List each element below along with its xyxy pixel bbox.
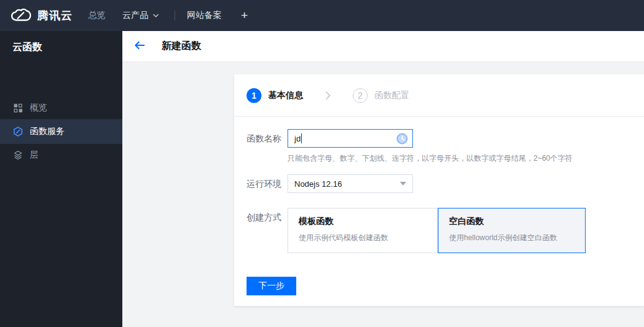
add-tab-button[interactable]: +: [241, 9, 248, 22]
tencent-cloud-logo-icon: [11, 8, 32, 23]
brand-name: 腾讯云: [37, 8, 73, 23]
brand-logo[interactable]: 腾讯云: [11, 8, 73, 23]
next-step-button[interactable]: 下一步: [247, 277, 296, 295]
step-2-circle: 2: [353, 88, 368, 103]
function-name-hint: 只能包含字母、数字、下划线、连字符，以字母开头，以数字或字母结尾，2~60个字符: [288, 153, 573, 164]
sidebar-item-function-service[interactable]: 函数服务: [0, 119, 122, 144]
runtime-label: 运行环境: [247, 179, 281, 190]
chevron-right-icon: [325, 91, 330, 100]
pending-clock-icon: [396, 133, 408, 145]
chevron-down-icon: [153, 14, 163, 17]
method-card-blank-function[interactable]: 空白函数 使用helloworld示例创建空白函数: [438, 208, 586, 253]
layers-icon: [13, 150, 23, 160]
function-hexagon-icon: [13, 127, 23, 137]
creation-method-options: 模板函数 使用示例代码模板创建函数 空白函数 使用helloworld示例创建空…: [288, 208, 586, 253]
back-arrow-icon: [134, 41, 145, 52]
back-button[interactable]: [134, 41, 145, 52]
page-title: 新建函数: [161, 40, 201, 53]
step-indicator: 1 基本信息 2 函数配置: [234, 74, 644, 117]
text-cursor: [301, 133, 302, 143]
method-card-desc: 使用helloworld示例创建空白函数: [449, 233, 574, 243]
app-window: 腾讯云 总览 云产品 网站备案 + 云函数: [0, 0, 644, 327]
method-card-desc: 使用示例代码模板创建函数: [299, 233, 427, 243]
method-card-title: 空白函数: [449, 216, 574, 227]
method-card-template-function[interactable]: 模板函数 使用示例代码模板创建函数: [288, 208, 438, 253]
step-1-circle: 1: [247, 88, 261, 103]
nav-divider: [175, 11, 175, 20]
runtime-selected-value: Nodejs 12.16: [294, 179, 342, 189]
function-name-input[interactable]: jd: [288, 129, 413, 148]
sidebar-item-label: 概览: [30, 102, 47, 114]
sidebar-item-label: 层: [30, 150, 39, 161]
sidebar-menu: 概览 函数服务 层: [0, 97, 122, 166]
creation-method-label: 创建方式: [247, 212, 281, 223]
runtime-select[interactable]: Nodejs 12.16: [288, 174, 413, 193]
nav-item-website-icp[interactable]: 网站备案: [187, 10, 222, 21]
caret-down-icon: [400, 182, 406, 186]
top-navbar: 腾讯云 总览 云产品 网站备案 +: [0, 0, 644, 31]
sidebar-item-layers[interactable]: 层: [0, 144, 122, 166]
page-header: 新建函数: [122, 31, 644, 62]
nav-item-overview[interactable]: 总览: [88, 10, 106, 21]
method-card-title: 模板函数: [299, 216, 427, 227]
grid-icon: [13, 103, 23, 113]
function-name-value: jd: [294, 134, 301, 143]
sidebar-title: 云函数: [0, 31, 122, 54]
sidebar-item-overview[interactable]: 概览: [0, 97, 122, 119]
nav-item-cloud-products[interactable]: 云产品: [122, 10, 163, 21]
sidebar-item-label: 函数服务: [30, 126, 65, 137]
step-2-label: 函数配置: [374, 90, 409, 101]
sidebar: 云函数 概览: [0, 31, 122, 327]
function-name-label: 函数名称: [247, 133, 281, 145]
create-function-card: 1 基本信息 2 函数配置 函数名称 jd 只能包含字母、数字、下划线、连字符，…: [234, 74, 644, 306]
step-1-label: 基本信息: [268, 90, 303, 101]
